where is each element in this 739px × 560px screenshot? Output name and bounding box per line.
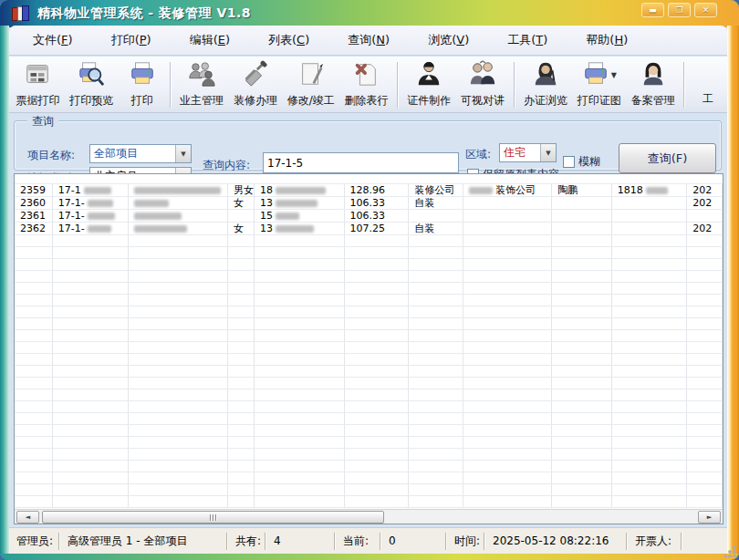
- table-cell: 202: [687, 183, 723, 196]
- table-cell: [52, 258, 128, 270]
- table-cell: [52, 294, 128, 306]
- zone-select[interactable]: 住宅 ▼: [499, 143, 557, 162]
- scroll-left-icon[interactable]: ◄: [16, 511, 39, 524]
- table-cell: [409, 424, 463, 436]
- scroll-right-icon[interactable]: ►: [698, 511, 721, 524]
- chevron-down-icon[interactable]: ▼: [611, 71, 617, 79]
- query-group-title: 查询: [27, 114, 58, 130]
- table-cell: [409, 294, 463, 306]
- chevron-down-icon[interactable]: ▼: [175, 145, 191, 162]
- table-cell: [409, 341, 463, 353]
- table-cell: [687, 353, 723, 365]
- table-cell: [52, 365, 128, 377]
- menu-item[interactable]: 查询(N): [338, 28, 399, 52]
- menu-item[interactable]: 列表(C): [259, 28, 318, 52]
- records-grid[interactable]: 235917-1男女18128.96装修公司装饰公司陶鹏181820223601…: [15, 174, 723, 509]
- table-cell: [611, 495, 686, 507]
- toolbar-button-intercom[interactable]: 可视对讲: [456, 58, 510, 111]
- table-cell: [409, 495, 463, 507]
- menu-item[interactable]: 打印(P): [102, 28, 161, 52]
- table-cell: [463, 317, 552, 329]
- status-value: 4: [266, 534, 334, 547]
- toolbar-button-print-cert[interactable]: ▼打印证图: [572, 58, 626, 111]
- table-cell: [255, 317, 345, 329]
- fuzzy-label: 模糊: [578, 154, 600, 170]
- table-cell: [611, 436, 686, 448]
- table-row[interactable]: 236117-1-15106.33: [15, 209, 723, 222]
- close-button[interactable]: ✕: [694, 3, 717, 17]
- menu-item[interactable]: 编辑(E): [181, 28, 239, 52]
- table-cell: [52, 495, 128, 507]
- toolbar-button-overflow[interactable]: 工: [689, 58, 727, 111]
- window-controls: ▬❐✕: [641, 3, 717, 17]
- menu-item[interactable]: 文件(F): [24, 28, 82, 52]
- toolbar-separator: [683, 62, 685, 108]
- table-cell: [128, 196, 227, 209]
- table-cell: [128, 306, 227, 317]
- table-cell: [611, 246, 686, 258]
- table-cell: 装饰公司: [463, 183, 552, 196]
- table-cell: [611, 424, 686, 436]
- maximize-button[interactable]: ❐: [668, 3, 691, 17]
- toolbar-button-cert-browse[interactable]: 办证浏览: [519, 58, 573, 111]
- scrollbar-thumb[interactable]: [42, 511, 384, 524]
- table-cell: [15, 353, 52, 365]
- toolbar-button-delete-row[interactable]: 删除表行: [339, 58, 393, 111]
- fuzzy-checkbox[interactable]: [563, 156, 575, 168]
- toolbar-button-label: 修改/竣工: [287, 93, 335, 109]
- table-cell: [687, 436, 723, 448]
- status-label: 时间:: [447, 534, 484, 549]
- table-cell: [687, 341, 723, 353]
- chevron-down-icon[interactable]: ▼: [540, 144, 556, 161]
- table-cell: [552, 495, 612, 507]
- table-cell: [52, 270, 128, 282]
- horizontal-scrollbar[interactable]: ◄ ►: [15, 509, 723, 524]
- table-cell: [344, 389, 409, 400]
- search-content-input[interactable]: [263, 152, 459, 173]
- table-cell: [344, 270, 409, 282]
- minimize-button[interactable]: ▬: [641, 3, 664, 17]
- table-empty-row: [15, 234, 723, 246]
- toolbar-button-archive[interactable]: 备案管理: [626, 58, 680, 111]
- table-cell: [52, 483, 128, 495]
- table-row[interactable]: 236217-1-女13107.25自装202: [15, 222, 723, 234]
- table-cell: [228, 341, 255, 353]
- table-cell: [128, 258, 227, 270]
- menu-item[interactable]: 帮助(H): [577, 28, 637, 52]
- toolbar-button-decorate[interactable]: 装修办理: [229, 58, 283, 111]
- toolbar-button-print-preview[interactable]: 打印预览: [65, 58, 119, 111]
- table-row[interactable]: 236017-1-女13106.33自装202: [15, 196, 723, 209]
- table-cell: [344, 317, 409, 329]
- table-empty-row: [15, 282, 723, 294]
- table-cell: 自装: [409, 222, 463, 234]
- table-cell: [409, 258, 463, 270]
- table-cell: [687, 282, 723, 294]
- toolbar-button-modify[interactable]: 修改/竣工: [282, 58, 339, 111]
- table-cell: [15, 472, 52, 483]
- table-cell: [128, 270, 227, 282]
- toolbar-button-print[interactable]: 打印: [119, 58, 166, 111]
- table-cell: [687, 448, 723, 460]
- project-name-select[interactable]: 全部项目 ▼: [89, 144, 192, 163]
- table-cell: [128, 472, 227, 483]
- table-row[interactable]: 235917-1男女18128.96装修公司装饰公司陶鹏1818202: [15, 183, 723, 196]
- table-cell: [611, 389, 686, 400]
- menu-item[interactable]: 工具(T): [498, 28, 557, 52]
- table-cell: [552, 209, 612, 222]
- table-cell: 女: [228, 222, 255, 234]
- toolbar-button-receipt-print[interactable]: 票据打印: [11, 58, 65, 111]
- toolbar-button-owners[interactable]: 业主管理: [175, 58, 229, 111]
- window-border-left: [0, 26, 9, 555]
- table-cell: [409, 246, 463, 258]
- search-button[interactable]: 查询(F): [619, 143, 716, 173]
- toolbar-button-label: 打印: [131, 93, 153, 109]
- table-cell: [228, 294, 255, 306]
- table-cell: [463, 460, 552, 472]
- table-cell: [463, 234, 552, 246]
- table-empty-row: [15, 317, 723, 329]
- table-cell: [255, 329, 345, 341]
- menu-item[interactable]: 浏览(V): [419, 28, 478, 52]
- toolbar-button-cert-make[interactable]: 证件制作: [402, 58, 456, 111]
- resize-grip[interactable]: [724, 545, 736, 557]
- table-cell: [344, 436, 409, 448]
